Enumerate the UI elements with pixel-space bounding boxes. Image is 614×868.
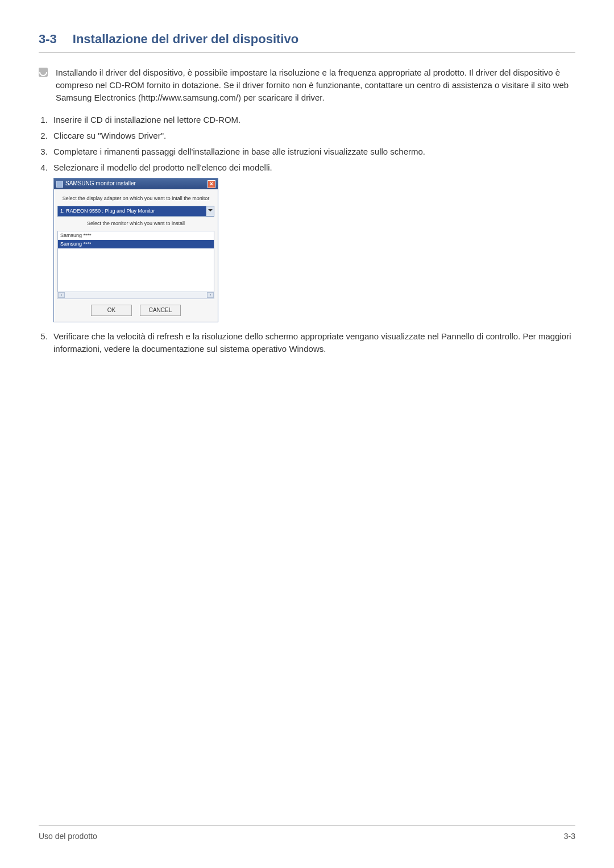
step-item: Selezionare il modello del prodotto nell… bbox=[50, 161, 575, 322]
section-header: 3-3 Installazione del driver del disposi… bbox=[39, 32, 575, 53]
scroll-right-icon[interactable]: › bbox=[207, 292, 214, 298]
close-icon[interactable]: × bbox=[208, 180, 215, 188]
installer-title: SAMSUNG monitor installer bbox=[65, 180, 136, 188]
dialog-button-row: OK CANCEL bbox=[57, 305, 214, 316]
step-text: Cliccare su "Windows Driver". bbox=[53, 131, 166, 140]
installer-titlebar: SAMSUNG monitor installer × bbox=[54, 178, 218, 189]
installer-title-left: SAMSUNG monitor installer bbox=[56, 180, 136, 188]
page-content: 3-3 Installazione del driver del disposi… bbox=[0, 0, 614, 355]
step-text: Verificare che la velocità di refresh e … bbox=[53, 331, 571, 354]
note-text: Installando il driver del dispositivo, è… bbox=[56, 67, 575, 103]
section-number: 3-3 bbox=[39, 32, 57, 47]
page-footer: Uso del prodotto 3-3 bbox=[39, 825, 575, 841]
cancel-button[interactable]: CANCEL bbox=[140, 305, 181, 316]
adapter-instruction: Select the display adapter on which you … bbox=[57, 195, 214, 202]
monitor-instruction: Select the monitor which you want to ins… bbox=[57, 220, 214, 227]
steps-list: Inserire il CD di installazione nel lett… bbox=[39, 114, 575, 355]
step-text: Inserire il CD di installazione nel lett… bbox=[53, 115, 240, 124]
scroll-left-icon[interactable]: ‹ bbox=[58, 292, 65, 298]
step-item: Inserire il CD di installazione nel lett… bbox=[50, 114, 575, 126]
step-text: Completare i rimanenti passaggi dell'ins… bbox=[53, 147, 425, 156]
section-title: Installazione del driver del dispositivo bbox=[73, 32, 298, 47]
app-icon bbox=[56, 181, 63, 188]
footer-left: Uso del prodotto bbox=[39, 832, 97, 841]
installer-body: Select the display adapter on which you … bbox=[54, 189, 218, 322]
step-text: Selezionare il modello del prodotto nell… bbox=[53, 163, 272, 172]
list-item[interactable]: Samsung **** bbox=[58, 240, 214, 248]
step-item: Cliccare su "Windows Driver". bbox=[50, 130, 575, 142]
ok-button[interactable]: OK bbox=[91, 305, 132, 316]
note-block: Installando il driver del dispositivo, è… bbox=[39, 67, 575, 103]
footer-right: 3-3 bbox=[564, 832, 575, 841]
horizontal-scrollbar[interactable]: ‹ › bbox=[57, 292, 214, 299]
info-icon bbox=[39, 68, 48, 77]
step-item: Completare i rimanenti passaggi dell'ins… bbox=[50, 146, 575, 158]
chevron-down-icon[interactable] bbox=[206, 206, 214, 217]
adapter-value: 1. RADEON 9550 : Plug and Play Monitor bbox=[57, 206, 206, 217]
installer-dialog: SAMSUNG monitor installer × Select the d… bbox=[53, 178, 218, 322]
step-item: Verificare che la velocità di refresh e … bbox=[50, 330, 575, 355]
adapter-select[interactable]: 1. RADEON 9550 : Plug and Play Monitor bbox=[57, 206, 214, 217]
monitor-list[interactable]: Samsung **** Samsung **** bbox=[57, 231, 214, 292]
list-item[interactable]: Samsung **** bbox=[58, 231, 214, 240]
